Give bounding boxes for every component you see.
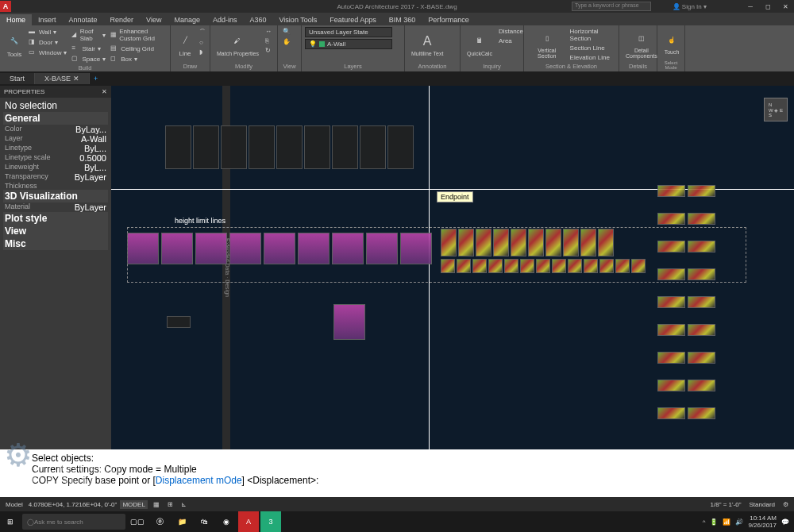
chrome-icon[interactable]: ◉ bbox=[216, 511, 237, 532]
grid-button[interactable]: ▦Enhanced Custom Grid bbox=[109, 27, 167, 43]
line-button[interactable]: ╱Line bbox=[174, 27, 196, 62]
drawing-object[interactable] bbox=[400, 233, 432, 264]
rotate-icon[interactable]: ↻ bbox=[264, 46, 273, 55]
drawing-object[interactable] bbox=[545, 229, 561, 256]
quickcalc-button[interactable]: 🖩QuickCalc bbox=[464, 27, 495, 62]
tab-start[interactable]: Start bbox=[0, 73, 35, 84]
tab-annotate[interactable]: Annotate bbox=[63, 14, 104, 25]
drawing-object[interactable] bbox=[441, 259, 455, 273]
layout-tab[interactable]: Model bbox=[3, 500, 25, 509]
tab-insert[interactable]: Insert bbox=[32, 14, 63, 25]
drawing-object[interactable] bbox=[599, 259, 614, 273]
drawing-object[interactable] bbox=[615, 259, 630, 273]
drawing-object[interactable] bbox=[657, 380, 685, 391]
drawing-object[interactable] bbox=[657, 268, 685, 280]
autocad-task-icon[interactable]: A bbox=[238, 511, 259, 532]
drawing-object[interactable] bbox=[688, 213, 715, 225]
task-view-icon[interactable]: ▢▢ bbox=[127, 511, 148, 532]
app-task-icon[interactable]: 3 bbox=[260, 511, 281, 532]
drawing-object[interactable] bbox=[552, 259, 566, 273]
props-row[interactable]: LayerA-Wall bbox=[3, 134, 108, 144]
touch-button[interactable]: ☝Touch bbox=[661, 27, 683, 60]
drawing-object[interactable] bbox=[298, 233, 330, 264]
volume-icon[interactable]: 🔊 bbox=[735, 519, 743, 526]
props-row[interactable]: LineweightByL... bbox=[3, 163, 108, 172]
edge-icon[interactable]: ⓔ bbox=[149, 511, 170, 532]
ortho-toggle[interactable]: ⊾ bbox=[179, 500, 189, 509]
detail-button[interactable]: ◫Detail Components bbox=[622, 27, 661, 62]
scale-combo[interactable]: 1/8" = 1'-0" bbox=[708, 500, 744, 509]
drawing-object[interactable] bbox=[441, 229, 457, 256]
tab-render[interactable]: Render bbox=[104, 14, 141, 25]
drawing-object[interactable] bbox=[568, 259, 582, 273]
tab-bim360[interactable]: BIM 360 bbox=[383, 14, 422, 25]
arc-icon[interactable]: ◗ bbox=[198, 48, 207, 56]
drawing-object[interactable] bbox=[688, 296, 715, 308]
drawing-object[interactable] bbox=[657, 185, 685, 197]
sline-button[interactable]: Section Line bbox=[569, 44, 615, 52]
drawing-object[interactable] bbox=[221, 125, 247, 169]
command-line[interactable]: Select objects: Current settings: Copy m… bbox=[0, 449, 794, 497]
drawing-object[interactable] bbox=[688, 380, 715, 391]
props-group[interactable]: View bbox=[3, 225, 108, 237]
drawing-object[interactable] bbox=[528, 229, 544, 256]
match-button[interactable]: 🖌Match Properties bbox=[214, 27, 262, 62]
drawing-object[interactable] bbox=[580, 229, 596, 256]
system-tray[interactable]: ^ 🔋 📶 🔊 10:14 AM9/26/2017 💬 bbox=[703, 515, 794, 529]
props-group[interactable]: 3D Visualization bbox=[3, 190, 108, 202]
drawing-object[interactable] bbox=[333, 304, 365, 340]
drawing-object[interactable] bbox=[457, 259, 471, 273]
model-button[interactable]: MODEL bbox=[120, 500, 147, 509]
start-button[interactable]: ⊞ bbox=[0, 511, 21, 532]
props-row[interactable]: MaterialByLayer bbox=[3, 202, 108, 212]
tab-a360[interactable]: A360 bbox=[244, 14, 273, 25]
drawing-object[interactable] bbox=[493, 229, 509, 256]
drawing-object[interactable] bbox=[688, 352, 715, 364]
drawing-object[interactable] bbox=[688, 268, 715, 280]
tab-view[interactable]: View bbox=[140, 14, 168, 25]
app-icon[interactable]: A bbox=[0, 1, 11, 12]
drawing-object[interactable] bbox=[520, 259, 534, 273]
tab-xbase[interactable]: X-BASE ✕ bbox=[35, 73, 90, 84]
explorer-icon[interactable]: 📁 bbox=[172, 511, 192, 532]
drawing-object[interactable] bbox=[127, 233, 159, 264]
props-group[interactable]: Plot style bbox=[3, 212, 108, 225]
drawing-object[interactable] bbox=[161, 233, 193, 264]
door-button[interactable]: ◨Door ▾ bbox=[27, 37, 68, 47]
drawing-object[interactable] bbox=[476, 229, 491, 256]
window-button[interactable]: ▭Window ▾ bbox=[27, 48, 68, 57]
drawing-canvas[interactable]: Extended Data · Design NW ◈ ES Endpoint … bbox=[111, 86, 794, 449]
help-search[interactable]: Type a keyword or phrase bbox=[572, 2, 651, 11]
box-button[interactable]: ◻Box ▾ bbox=[109, 54, 167, 64]
drawing-object[interactable] bbox=[688, 241, 715, 253]
drawing-object[interactable] bbox=[598, 229, 614, 256]
store-icon[interactable]: 🛍 bbox=[194, 511, 214, 532]
layer-combo[interactable]: 💡A-Wall bbox=[305, 39, 392, 49]
hsection-button[interactable]: Horizontal Section bbox=[569, 27, 615, 43]
mtext-button[interactable]: AMultiline Text bbox=[408, 27, 446, 62]
drawing-object[interactable] bbox=[332, 233, 364, 264]
drawing-object[interactable] bbox=[563, 229, 579, 256]
drawing-object[interactable] bbox=[688, 324, 715, 336]
drawing-object[interactable] bbox=[657, 241, 685, 253]
drawing-object[interactable] bbox=[657, 352, 685, 364]
drawing-object[interactable] bbox=[195, 233, 227, 264]
viewcube[interactable]: NW ◈ ES bbox=[764, 98, 788, 121]
tray-up-icon[interactable]: ^ bbox=[703, 519, 706, 526]
drawing-object[interactable] bbox=[657, 407, 685, 419]
props-row[interactable]: Thickness bbox=[3, 182, 108, 190]
zoom-icon[interactable]: 🔍 bbox=[281, 27, 298, 36]
drawing-object[interactable] bbox=[511, 229, 526, 256]
drawing-object[interactable] bbox=[488, 259, 503, 273]
drawing-object[interactable] bbox=[688, 407, 715, 419]
drawing-object[interactable] bbox=[332, 125, 358, 169]
drawing-object[interactable] bbox=[657, 324, 685, 336]
wifi-icon[interactable]: 📶 bbox=[723, 519, 730, 526]
area-button[interactable]: Area bbox=[497, 37, 525, 45]
tab-vision[interactable]: Vision Tools bbox=[273, 14, 324, 25]
tab-home[interactable]: Home bbox=[0, 14, 32, 25]
circle-icon[interactable]: ○ bbox=[198, 38, 207, 47]
drawing-object[interactable] bbox=[504, 259, 518, 273]
drawing-object[interactable] bbox=[167, 316, 191, 328]
drawing-object[interactable] bbox=[165, 125, 191, 169]
